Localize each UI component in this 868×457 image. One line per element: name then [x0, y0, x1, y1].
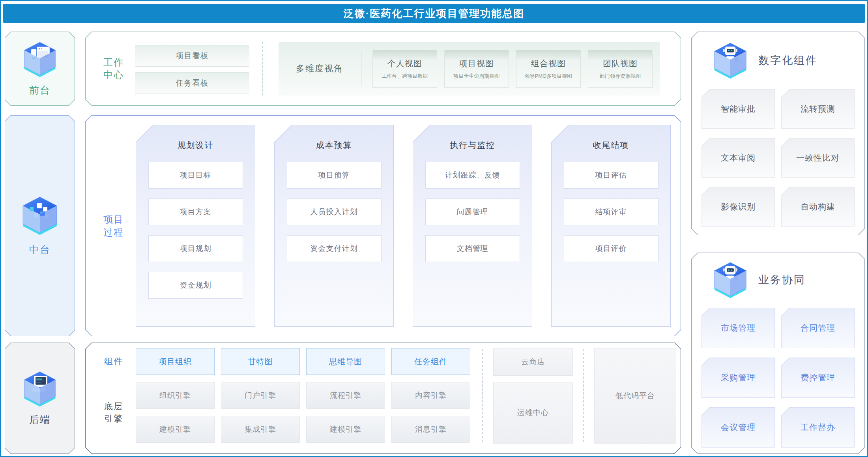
digital-components-robot-icon: [713, 42, 748, 79]
phase-item: 结项评审: [564, 199, 658, 225]
phase-item: 资金规划: [148, 272, 243, 299]
front-tier-label: 前台: [29, 84, 51, 97]
phase-item: 问题管理: [425, 199, 520, 225]
engines-label: 底层 引擎: [97, 382, 130, 443]
middle-tier-label: 中台: [29, 243, 51, 256]
phase-item: 人员投入计划: [287, 199, 382, 225]
platform-divider-1: [482, 349, 483, 442]
work-center-label: 工作 中心: [97, 32, 130, 106]
component-chip: 项目组织: [136, 348, 215, 375]
phase-item: 资金支付计划: [287, 235, 382, 262]
engine-chip: 内容引擎: [391, 382, 470, 409]
phase-title: 成本预算: [274, 140, 394, 151]
multi-view-divider: [361, 51, 361, 86]
engine-chip: 组织引擎: [136, 382, 215, 409]
work-center-section: 工作 中心 项目看板 任务看板 多维度视角 个人视图 工作台、跨项目数据 项目视…: [85, 32, 681, 106]
collab-card: 会议管理: [702, 407, 775, 448]
phase-column-budget: 成本预算 项目预算 人员投入计划 资金支付计划: [274, 125, 394, 327]
multi-view-label: 多维度视角: [296, 63, 353, 75]
engine-chip: 集成引擎: [221, 416, 300, 443]
digital-card: 智能审批: [702, 89, 775, 129]
phase-title: 规划设计: [136, 140, 255, 151]
collab-card: 合同管理: [781, 308, 855, 348]
collab-card: 市场管理: [702, 308, 775, 348]
business-collab-robot-icon: [713, 261, 748, 298]
work-center-divider: [262, 42, 263, 96]
view-card-personal: 个人视图 工作台、跨项目数据: [372, 50, 437, 88]
low-code-chip: 低代码平台: [594, 348, 676, 444]
digital-card: 影像识别: [702, 187, 775, 227]
back-tier-box: 后端: [5, 343, 75, 454]
view-card-project: 项目视图 项目全生命周期视图: [444, 50, 509, 88]
phase-item: 项目评价: [564, 235, 658, 262]
collab-card: 工作督办: [781, 407, 855, 448]
back-tier-cube-icon: [22, 371, 57, 407]
component-chip: 思维导图: [306, 348, 385, 375]
project-process-label: 项目 过程: [97, 115, 130, 336]
project-board-button: 项目看板: [135, 45, 249, 67]
cloud-store-chip: 云商店: [493, 348, 573, 376]
digital-card: 一致性比对: [781, 138, 855, 178]
ops-center-chip: 运维中心: [493, 382, 573, 444]
engine-chip: 消息引擎: [391, 416, 470, 443]
phase-item: 计划跟踪、反馈: [425, 162, 520, 189]
phase-item: 文档管理: [425, 235, 520, 262]
component-chip: 任务组件: [391, 348, 470, 375]
collab-card: 费控管理: [781, 358, 855, 398]
phase-column-execution: 执行与监控 计划跟踪、反馈 问题管理 文档管理: [413, 125, 532, 327]
engine-chip: 门户引擎: [221, 382, 300, 409]
digital-card: 文本审阅: [702, 138, 775, 178]
middle-tier-cube-icon: [21, 196, 59, 235]
front-tier-cube-icon: [22, 41, 57, 77]
phase-item: 项目方案: [148, 199, 243, 225]
header-bar: 泛微·医药化工行业项目管理功能总图: [3, 4, 865, 23]
front-tier-box: 前台: [5, 32, 75, 106]
phase-column-planning: 规划设计 项目目标 项目方案 项目规划 资金规划: [136, 125, 255, 327]
digital-card: 自动构建: [781, 187, 855, 227]
engine-chip: 建模引擎: [306, 416, 385, 443]
view-card-portfolio: 组合视图 领导PMO多项目视图: [516, 50, 581, 88]
back-tier-label: 后端: [29, 413, 51, 426]
business-collab-section: 业务协同 市场管理 合同管理 采购管理 费控管理 会议管理 工作督办: [691, 253, 865, 454]
component-chip: 甘特图: [221, 348, 300, 375]
phase-title: 收尾结项: [551, 140, 671, 151]
phase-item: 项目评估: [564, 162, 658, 189]
view-card-team: 团队视图 部门领导资源视图: [588, 50, 653, 88]
digital-components-title: 数字化组件: [758, 53, 817, 67]
phase-column-closing: 收尾结项 项目评估 结项评审 项目评价: [551, 125, 671, 327]
task-board-button: 任务看板: [135, 72, 249, 94]
diagram-canvas: 泛微·医药化工行业项目管理功能总图 前台 中台 后端 工作 中心: [0, 0, 868, 457]
platform-divider-2: [583, 349, 584, 442]
phase-item: 项目规划: [148, 235, 243, 262]
engine-chip: 建模引擎: [136, 416, 215, 443]
digital-components-section: 数字化组件 智能审批 流转预测 文本审阅 一致性比对 影像识别 自动构建: [691, 32, 865, 235]
platform-section: 组件 底层 引擎 项目组织 甘特图 思维导图 任务组件 组织引擎 门户引擎 流程…: [85, 343, 681, 454]
page-title: 泛微·医药化工行业项目管理功能总图: [344, 7, 525, 21]
project-process-section: 项目 过程 规划设计 项目目标 项目方案 项目规划 资金规划: [85, 115, 681, 336]
middle-tier-box: 中台: [5, 115, 75, 336]
engine-chip: 流程引擎: [306, 382, 385, 409]
components-label: 组件: [104, 356, 123, 367]
business-collab-title: 业务协同: [758, 273, 806, 287]
phase-item: 项目预算: [287, 162, 382, 189]
multi-view-panel: 多维度视角 个人视图 工作台、跨项目数据 项目视图 项目全生命周期视图 组合视图…: [279, 42, 660, 96]
digital-card: 流转预测: [781, 89, 855, 129]
phase-title: 执行与监控: [413, 140, 532, 151]
phase-item: 项目目标: [148, 162, 243, 189]
collab-card: 采购管理: [702, 358, 775, 398]
